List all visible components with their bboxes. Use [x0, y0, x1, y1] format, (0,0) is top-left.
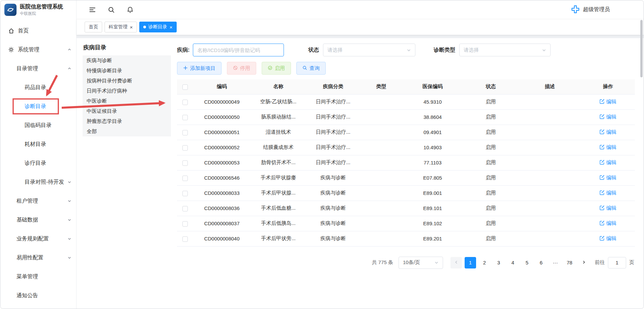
row-checkbox[interactable] — [182, 100, 188, 105]
cell-category: 疾病与诊断 — [306, 231, 360, 246]
sidebar-item-business-rules[interactable]: 业务规则配置 — [0, 229, 76, 248]
page-size-select[interactable]: 10条/页 — [399, 257, 443, 269]
edit-label: 编辑 — [606, 205, 616, 211]
select-all-checkbox[interactable] — [182, 84, 188, 90]
sidebar-item-basic-data[interactable]: 基础数据 — [0, 210, 76, 229]
table-row: CD0000008040 手术后甲状旁... 疾病与诊断 E89.201 启用 — [177, 231, 635, 246]
hamburger-menu-icon[interactable] — [89, 6, 96, 14]
cell-name: 手术后甲状旁... — [251, 231, 306, 246]
chevron-down-icon — [407, 48, 411, 52]
edit-button[interactable]: 编辑 — [599, 235, 616, 242]
edit-button[interactable]: 编辑 — [599, 159, 616, 166]
goto-page-input[interactable] — [608, 257, 626, 268]
workspace: 疾病: 状态 请选择 诊断类型 请选择 — [171, 38, 644, 309]
sidebar-item-tenant-management[interactable]: 租户管理 — [0, 191, 76, 210]
sidebar-item-catalog-mapping[interactable]: 目录对照-待开发 — [0, 173, 76, 191]
sidebar-item-label: 耗材目录 — [25, 141, 46, 148]
sidebar-item-treatment-catalog[interactable]: 诊疗目录 — [0, 154, 76, 173]
search-icon[interactable] — [108, 6, 115, 14]
edit-button[interactable]: 编辑 — [599, 205, 616, 211]
vertical-scrollbar-thumb[interactable] — [640, 20, 643, 77]
catalog-list-item[interactable]: 特慢病诊断目录 — [83, 66, 171, 76]
table-row: CD0000006546 手术后甲状腺瘘 疾病与诊断 E07.805 启用 — [177, 170, 635, 185]
sidebar-item-home[interactable]: 首页 — [0, 21, 76, 40]
row-checkbox[interactable] — [182, 191, 188, 196]
app-title: 医院信息管理系统 — [20, 3, 63, 10]
close-icon[interactable]: × — [130, 25, 133, 30]
page-button[interactable]: 5 — [521, 257, 533, 268]
sidebar-item-drug-catalog[interactable]: 药品目录 — [0, 78, 76, 97]
sidebar-item-usability-config[interactable]: 易用性配置 — [0, 248, 76, 267]
edit-button[interactable]: 编辑 — [599, 190, 616, 196]
sidebar-item-label: 诊疗目录 — [25, 160, 46, 167]
tab-home[interactable]: 首页 — [85, 22, 102, 32]
page-button[interactable]: 6 — [535, 257, 547, 268]
page-button[interactable]: 3 — [493, 257, 504, 268]
cell-code: CD0000008036 — [193, 201, 251, 216]
page-button[interactable]: 1 — [465, 257, 476, 268]
row-checkbox[interactable] — [182, 145, 188, 151]
page-button[interactable]: 4 — [507, 257, 519, 268]
tab-department-management[interactable]: 科室管理 × — [105, 22, 137, 32]
sidebar-item-national-code-catalog[interactable]: 国临码目录 — [0, 116, 76, 135]
catalog-list-item[interactable]: 日间手术治疗病种 — [83, 86, 171, 96]
page-button[interactable]: 78 — [564, 257, 575, 268]
edit-button[interactable]: 编辑 — [599, 175, 616, 181]
edit-button[interactable]: 编辑 — [599, 144, 616, 151]
tab-diagnosis-catalog[interactable]: 诊断目录 × — [139, 22, 177, 32]
status-select[interactable]: 请选择 — [323, 44, 415, 56]
cell-status: 启用 — [463, 201, 519, 216]
edit-button[interactable]: 编辑 — [599, 114, 616, 120]
cell-insurance-code: 38.8604 — [402, 109, 463, 125]
row-checkbox[interactable] — [182, 176, 188, 181]
edit-icon — [599, 221, 605, 227]
sidebar-item-system-management[interactable]: 系统管理 — [0, 40, 76, 59]
sidebar-item-menu-management[interactable]: 菜单管理 — [0, 267, 76, 286]
cell-insurance-code: 77.1103 — [402, 155, 463, 170]
row-checkbox[interactable] — [182, 115, 188, 120]
cell-type — [360, 125, 402, 140]
user-area[interactable]: 超级管理员 — [571, 5, 610, 15]
row-checkbox[interactable] — [182, 130, 188, 135]
enable-button[interactable]: 启用 — [262, 62, 291, 75]
row-checkbox[interactable] — [182, 236, 188, 242]
cell-code: CD0000008033 — [193, 185, 251, 201]
prev-page-button[interactable] — [450, 257, 462, 268]
edit-button[interactable]: 编辑 — [599, 129, 616, 135]
edit-button[interactable]: 编辑 — [599, 99, 616, 105]
catalog-list-item[interactable]: 中医诊断 — [83, 96, 171, 106]
table-row: CD0000000052 结膜囊成形术 日间手术治疗... 10.4903 启用 — [177, 140, 635, 155]
check-circle-icon — [268, 66, 272, 71]
row-checkbox[interactable] — [182, 206, 188, 211]
cell-status: 启用 — [463, 155, 519, 170]
page-size-value: 10条/页 — [403, 259, 420, 266]
catalog-list-item[interactable]: 中医证候目录 — [83, 106, 171, 116]
bell-icon[interactable] — [126, 6, 134, 14]
disable-button[interactable]: 停用 — [227, 62, 256, 75]
catalog-list-item[interactable]: 肿瘤形态学目录 — [83, 116, 171, 126]
cell-insurance-code: E89.201 — [402, 231, 463, 246]
sidebar-item-catalog-management[interactable]: 目录管理 — [0, 59, 76, 78]
sidebar-item-notice[interactable]: 通知公告 — [0, 286, 76, 305]
catalog-list-item[interactable]: 疾病与诊断 — [83, 55, 171, 66]
row-checkbox[interactable] — [182, 160, 188, 166]
catalog-list-item[interactable]: 按病种目录付费诊断 — [83, 76, 171, 86]
page-button[interactable]: ··· — [550, 257, 561, 268]
sidebar-item-consumables-catalog[interactable]: 耗材目录 — [0, 135, 76, 154]
tab-label: 诊断目录 — [148, 24, 167, 30]
cell-description — [519, 125, 581, 140]
close-icon[interactable]: × — [170, 25, 173, 30]
gear-icon — [8, 46, 14, 53]
next-page-button[interactable] — [578, 257, 589, 268]
cell-category: 日间手术治疗... — [306, 155, 360, 170]
column-header-status: 状态 — [463, 79, 519, 94]
add-item-button[interactable]: 添加新项目 — [177, 62, 222, 75]
page-button[interactable]: 2 — [479, 257, 490, 268]
disease-search-input[interactable] — [193, 44, 284, 56]
edit-button[interactable]: 编辑 — [599, 220, 616, 227]
diagnosis-type-select[interactable]: 请选择 — [459, 44, 551, 56]
query-button[interactable]: 查询 — [296, 62, 326, 75]
row-checkbox[interactable] — [182, 221, 188, 227]
catalog-list-item[interactable]: 全部 — [83, 126, 171, 136]
sidebar-item-diagnosis-catalog[interactable]: 诊断目录 — [0, 97, 76, 116]
